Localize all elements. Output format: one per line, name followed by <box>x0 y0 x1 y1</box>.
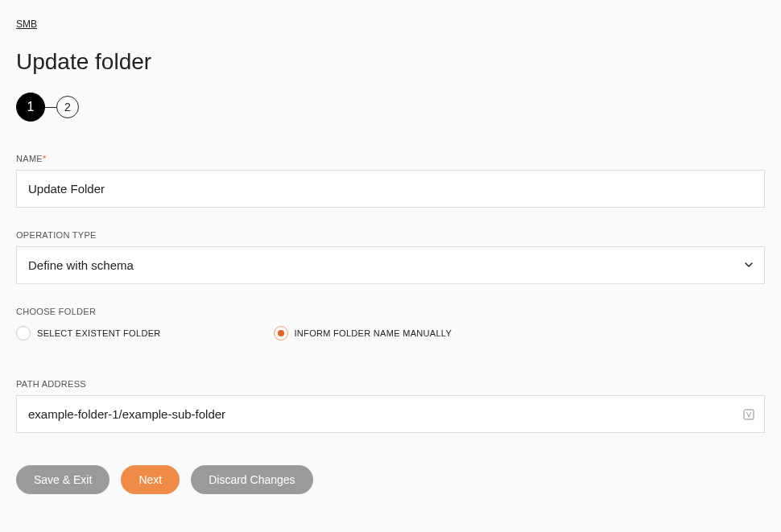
step-2[interactable]: 2 <box>56 96 79 118</box>
field-name: NAME* <box>16 154 765 208</box>
discard-button[interactable]: Discard Changes <box>191 465 312 494</box>
radio-circle-selected <box>274 326 288 340</box>
radio-label-inform-manually: INFORM FOLDER NAME MANUALLY <box>295 328 452 338</box>
path-address-label: PATH ADDRESS <box>16 379 765 389</box>
save-exit-button[interactable]: Save & Exit <box>16 465 110 494</box>
step-connector <box>45 107 56 108</box>
stepper: 1 2 <box>16 93 765 122</box>
breadcrumb-smb[interactable]: SMB <box>16 19 37 30</box>
radio-inform-manually[interactable]: INFORM FOLDER NAME MANUALLY <box>274 326 452 340</box>
radio-circle-unselected <box>16 326 31 340</box>
field-operation-type: OPERATION TYPE Define with schema <box>16 230 765 284</box>
variable-icon[interactable]: V <box>742 408 755 421</box>
path-address-input[interactable] <box>16 395 765 433</box>
svg-text:V: V <box>746 410 751 419</box>
page-title: Update folder <box>16 49 765 75</box>
operation-type-select[interactable]: Define with schema <box>16 246 765 284</box>
field-choose-folder: CHOOSE FOLDER SELECT EXISTENT FOLDER INF… <box>16 307 765 340</box>
radio-select-existent[interactable]: SELECT EXISTENT FOLDER <box>16 326 161 340</box>
name-label: NAME* <box>16 154 765 163</box>
field-path-address: PATH ADDRESS V <box>16 379 765 433</box>
name-input[interactable] <box>16 170 765 208</box>
step-1[interactable]: 1 <box>16 93 45 122</box>
choose-folder-label: CHOOSE FOLDER <box>16 307 765 316</box>
required-indicator: * <box>43 154 47 163</box>
button-row: Save & Exit Next Discard Changes <box>16 465 765 494</box>
radio-label-select-existent: SELECT EXISTENT FOLDER <box>37 328 161 338</box>
name-label-text: NAME <box>16 154 43 163</box>
radio-dot <box>278 330 284 336</box>
operation-type-label: OPERATION TYPE <box>16 230 765 240</box>
next-button[interactable]: Next <box>121 465 180 494</box>
